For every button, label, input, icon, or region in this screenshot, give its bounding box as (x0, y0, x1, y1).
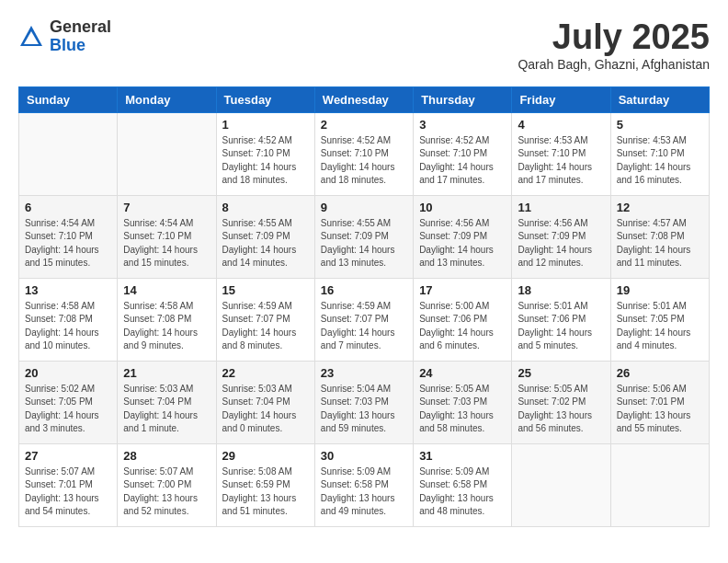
calendar-day-cell: 7Sunrise: 4:54 AMSunset: 7:10 PMDaylight… (118, 195, 216, 278)
calendar-day-cell: 31Sunrise: 5:09 AMSunset: 6:58 PMDayligh… (414, 443, 512, 526)
day-number: 10 (419, 201, 506, 214)
calendar-day-cell: 28Sunrise: 5:07 AMSunset: 7:00 PMDayligh… (118, 443, 216, 526)
day-info: Sunrise: 5:03 AMSunset: 7:04 PMDaylight:… (222, 383, 309, 436)
day-info: Sunrise: 4:53 AMSunset: 7:10 PMDaylight:… (617, 134, 703, 188)
day-number: 17 (419, 283, 506, 297)
day-number: 26 (617, 366, 703, 380)
calendar-day-cell: 27Sunrise: 5:07 AMSunset: 7:01 PMDayligh… (19, 443, 118, 526)
calendar-day-cell: 12Sunrise: 4:57 AMSunset: 7:08 PMDayligh… (610, 195, 709, 278)
day-of-week-header: Thursday (414, 86, 512, 112)
day-info: Sunrise: 4:54 AMSunset: 7:10 PMDaylight:… (25, 217, 111, 270)
logo-blue-text: Blue (50, 36, 85, 54)
day-info: Sunrise: 5:09 AMSunset: 6:58 PMDaylight:… (419, 465, 506, 519)
calendar-day-cell: 16Sunrise: 4:59 AMSunset: 7:07 PMDayligh… (314, 278, 413, 361)
calendar-day-cell: 8Sunrise: 4:55 AMSunset: 7:09 PMDaylight… (216, 195, 314, 278)
day-of-week-header: Sunday (19, 86, 118, 112)
day-info: Sunrise: 4:53 AMSunset: 7:10 PMDaylight:… (518, 134, 604, 188)
calendar-day-cell: 5Sunrise: 4:53 AMSunset: 7:10 PMDaylight… (610, 112, 709, 195)
day-number: 28 (123, 449, 210, 463)
day-of-week-header: Monday (118, 86, 216, 112)
day-number: 31 (419, 449, 506, 463)
day-number: 11 (518, 201, 604, 214)
day-number: 5 (617, 118, 703, 132)
day-number: 14 (123, 283, 210, 297)
day-info: Sunrise: 5:01 AMSunset: 7:06 PMDaylight:… (518, 300, 604, 353)
calendar-day-cell: 17Sunrise: 5:00 AMSunset: 7:06 PMDayligh… (414, 278, 512, 361)
day-info: Sunrise: 4:55 AMSunset: 7:09 PMDaylight:… (222, 217, 309, 270)
day-number: 27 (25, 449, 111, 463)
logo-general-text: General (50, 17, 111, 36)
day-number: 6 (25, 201, 111, 214)
day-info: Sunrise: 4:58 AMSunset: 7:08 PMDaylight:… (123, 300, 210, 353)
day-number: 3 (419, 118, 506, 132)
calendar-day-cell: 25Sunrise: 5:05 AMSunset: 7:02 PMDayligh… (512, 361, 610, 443)
day-number: 30 (321, 449, 407, 463)
day-info: Sunrise: 4:59 AMSunset: 7:07 PMDaylight:… (222, 300, 309, 353)
day-number: 22 (222, 366, 309, 380)
calendar-header-row: SundayMondayTuesdayWednesdayThursdayFrid… (19, 86, 710, 112)
day-info: Sunrise: 5:08 AMSunset: 6:59 PMDaylight:… (222, 465, 309, 519)
day-number: 23 (321, 366, 407, 380)
calendar-day-cell: 11Sunrise: 4:56 AMSunset: 7:09 PMDayligh… (512, 195, 610, 278)
calendar-week-row: 6Sunrise: 4:54 AMSunset: 7:10 PMDaylight… (19, 195, 710, 278)
day-info: Sunrise: 5:07 AMSunset: 7:00 PMDaylight:… (123, 465, 210, 519)
day-info: Sunrise: 4:56 AMSunset: 7:09 PMDaylight:… (419, 217, 506, 270)
day-of-week-header: Friday (512, 86, 610, 112)
day-number: 1 (222, 118, 309, 132)
day-info: Sunrise: 4:54 AMSunset: 7:10 PMDaylight:… (123, 217, 210, 270)
day-info: Sunrise: 4:58 AMSunset: 7:08 PMDaylight:… (25, 300, 111, 353)
calendar-day-cell: 29Sunrise: 5:08 AMSunset: 6:59 PMDayligh… (216, 443, 314, 526)
calendar-day-cell (610, 443, 709, 526)
calendar-day-cell: 13Sunrise: 4:58 AMSunset: 7:08 PMDayligh… (19, 278, 118, 361)
calendar-day-cell: 20Sunrise: 5:02 AMSunset: 7:05 PMDayligh… (19, 361, 118, 443)
calendar-day-cell: 14Sunrise: 4:58 AMSunset: 7:08 PMDayligh… (118, 278, 216, 361)
day-of-week-header: Saturday (610, 86, 709, 112)
day-number: 4 (518, 118, 604, 132)
day-of-week-header: Tuesday (216, 86, 314, 112)
day-info: Sunrise: 5:07 AMSunset: 7:01 PMDaylight:… (25, 465, 111, 519)
calendar-day-cell: 4Sunrise: 4:53 AMSunset: 7:10 PMDaylight… (512, 112, 610, 195)
calendar-day-cell: 2Sunrise: 4:52 AMSunset: 7:10 PMDaylight… (314, 112, 413, 195)
day-number: 20 (25, 366, 111, 380)
day-info: Sunrise: 4:55 AMSunset: 7:09 PMDaylight:… (321, 217, 407, 270)
month-title: July 2025 (518, 18, 710, 57)
day-number: 16 (321, 283, 407, 297)
day-number: 24 (419, 366, 506, 380)
calendar-day-cell: 3Sunrise: 4:52 AMSunset: 7:10 PMDaylight… (414, 112, 512, 195)
calendar-week-row: 13Sunrise: 4:58 AMSunset: 7:08 PMDayligh… (19, 278, 710, 361)
calendar-day-cell: 21Sunrise: 5:03 AMSunset: 7:04 PMDayligh… (118, 361, 216, 443)
day-info: Sunrise: 4:52 AMSunset: 7:10 PMDaylight:… (419, 134, 506, 188)
calendar-day-cell: 26Sunrise: 5:06 AMSunset: 7:01 PMDayligh… (610, 361, 709, 443)
day-info: Sunrise: 4:57 AMSunset: 7:08 PMDaylight:… (617, 217, 703, 270)
day-number: 12 (617, 201, 703, 214)
calendar-day-cell (512, 443, 610, 526)
page-header: General Blue July 2025 Qarah Bagh, Ghazn… (18, 18, 710, 72)
day-info: Sunrise: 5:06 AMSunset: 7:01 PMDaylight:… (617, 383, 703, 436)
day-info: Sunrise: 4:56 AMSunset: 7:09 PMDaylight:… (518, 217, 604, 270)
day-number: 2 (321, 118, 407, 132)
day-number: 21 (123, 366, 210, 380)
calendar-week-row: 27Sunrise: 5:07 AMSunset: 7:01 PMDayligh… (19, 443, 710, 526)
day-number: 18 (518, 283, 604, 297)
calendar-day-cell: 22Sunrise: 5:03 AMSunset: 7:04 PMDayligh… (216, 361, 314, 443)
day-number: 25 (518, 366, 604, 380)
logo: General Blue (18, 18, 111, 55)
day-info: Sunrise: 5:01 AMSunset: 7:05 PMDaylight:… (617, 300, 703, 353)
calendar-day-cell: 1Sunrise: 4:52 AMSunset: 7:10 PMDaylight… (216, 112, 314, 195)
day-info: Sunrise: 5:04 AMSunset: 7:03 PMDaylight:… (321, 383, 407, 436)
day-info: Sunrise: 5:00 AMSunset: 7:06 PMDaylight:… (419, 300, 506, 353)
day-number: 13 (25, 283, 111, 297)
calendar-day-cell: 15Sunrise: 4:59 AMSunset: 7:07 PMDayligh… (216, 278, 314, 361)
day-info: Sunrise: 4:52 AMSunset: 7:10 PMDaylight:… (321, 134, 407, 188)
day-info: Sunrise: 4:59 AMSunset: 7:07 PMDaylight:… (321, 300, 407, 353)
calendar-day-cell: 30Sunrise: 5:09 AMSunset: 6:58 PMDayligh… (314, 443, 413, 526)
calendar-table: SundayMondayTuesdayWednesdayThursdayFrid… (18, 86, 710, 527)
calendar-day-cell: 23Sunrise: 5:04 AMSunset: 7:03 PMDayligh… (314, 361, 413, 443)
day-info: Sunrise: 4:52 AMSunset: 7:10 PMDaylight:… (222, 134, 309, 188)
calendar-week-row: 1Sunrise: 4:52 AMSunset: 7:10 PMDaylight… (19, 112, 710, 195)
logo-text: General Blue (50, 18, 111, 55)
day-info: Sunrise: 5:03 AMSunset: 7:04 PMDaylight:… (123, 383, 210, 436)
calendar-day-cell: 10Sunrise: 4:56 AMSunset: 7:09 PMDayligh… (414, 195, 512, 278)
calendar-day-cell (19, 112, 118, 195)
calendar-day-cell: 6Sunrise: 4:54 AMSunset: 7:10 PMDaylight… (19, 195, 118, 278)
